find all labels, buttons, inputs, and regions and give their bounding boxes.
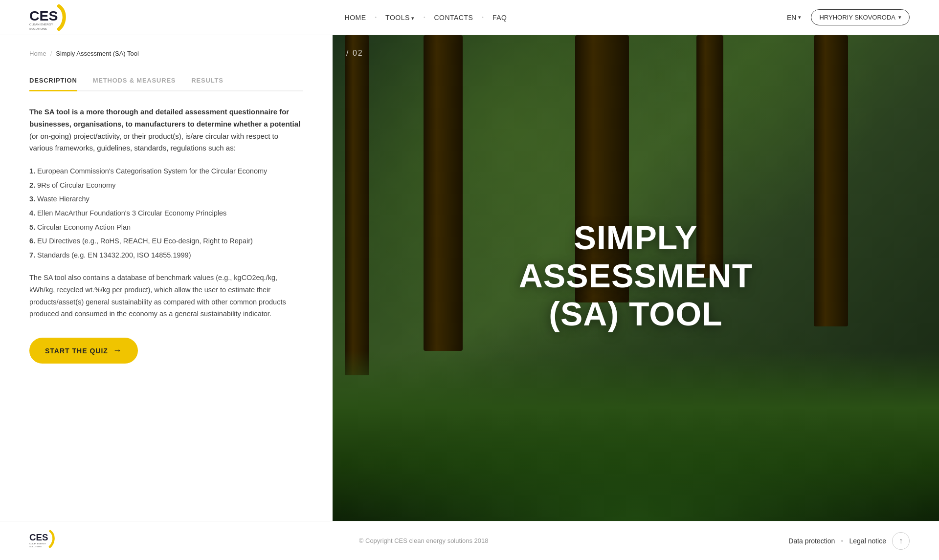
svg-text:SOLUTIONS: SOLUTIONS	[29, 27, 47, 30]
svg-text:CLEAN ENERGY: CLEAN ENERGY	[29, 542, 46, 545]
nav-home[interactable]: HOME	[340, 12, 371, 23]
start-quiz-label: START THE QUIZ	[45, 347, 108, 355]
footer-link-legal-notice[interactable]: Legal notice	[849, 537, 886, 545]
hero-title-line2: ASSESSMENT	[519, 257, 753, 295]
main-nav: HOME • TOOLS • CONTACTS • FAQ	[340, 12, 512, 23]
nav-dot-3: •	[482, 15, 484, 20]
header: CES CLEAN ENERGY SOLUTIONS HOME • TOOLS …	[0, 0, 939, 35]
logo[interactable]: CES CLEAN ENERGY SOLUTIONS	[29, 4, 68, 31]
svg-text:SOLUTIONS: SOLUTIONS	[29, 545, 42, 548]
left-content: Home / Simply Assessment (SA) Tool DESCR…	[0, 35, 333, 521]
hero-text: SIMPLY ASSESSMENT (SA) TOOL	[519, 218, 753, 333]
tab-methods[interactable]: METHODS & MEASURES	[93, 71, 176, 91]
list-num: 7.	[29, 251, 35, 259]
description-intro-rest: (or on-going) project/activity, or their…	[29, 132, 278, 152]
list-text: Waste Hierarchy	[37, 195, 89, 203]
list-item: 6.EU Directives (e.g., RoHS, REACH, EU E…	[29, 235, 303, 247]
footer-link-data-protection[interactable]: Data protection	[788, 537, 835, 545]
list-num: 4.	[29, 209, 35, 217]
list-item: 7.Standards (e.g. EN 13432.200, ISO 1485…	[29, 249, 303, 261]
list-item: 3.Waste Hierarchy	[29, 193, 303, 205]
svg-text:CES: CES	[29, 8, 58, 23]
list-text: EU Directives (e.g., RoHS, REACH, EU Eco…	[37, 237, 253, 245]
list-num: 2.	[29, 181, 35, 189]
footer-links: Data protection • Legal notice ↑	[788, 532, 910, 550]
nav-dot-2: •	[424, 15, 425, 20]
hero-title: SIMPLY ASSESSMENT (SA) TOOL	[519, 218, 753, 333]
arrow-right-icon: →	[113, 345, 122, 356]
description-intro: The SA tool is a more thorough and detai…	[29, 106, 303, 154]
list-text: European Commission's Categorisation Sys…	[37, 167, 267, 175]
breadcrumb-current: Simply Assessment (SA) Tool	[56, 50, 139, 57]
nav-faq[interactable]: FAQ	[488, 12, 512, 23]
list-num: 6.	[29, 237, 35, 245]
footer-copyright: © Copyright CES clean energy solutions 2…	[359, 537, 489, 544]
header-right: EN HRYHORIY SKOVORODA	[783, 9, 910, 25]
nav-tools[interactable]: TOOLS	[380, 12, 420, 23]
breadcrumb-separator: /	[50, 50, 52, 57]
footer-logo: CES CLEAN ENERGY SOLUTIONS	[29, 530, 59, 552]
list-text: Circular Economy Action Plan	[37, 223, 131, 231]
hero-image: / 02 SIMPLY ASSESSMENT (SA) TOOL	[333, 35, 939, 521]
list-num: 3.	[29, 195, 35, 203]
footer: CES CLEAN ENERGY SOLUTIONS © Copyright C…	[0, 521, 939, 560]
logo-svg: CES CLEAN ENERGY SOLUTIONS	[29, 4, 68, 31]
list-item: 1.European Commission's Categorisation S…	[29, 165, 303, 177]
scroll-to-top-button[interactable]: ↑	[892, 532, 910, 550]
description-list: 1.European Commission's Categorisation S…	[29, 165, 303, 261]
list-text: Standards (e.g. EN 13432.200, ISO 14855.…	[37, 251, 191, 259]
chevron-up-icon: ↑	[899, 537, 903, 545]
svg-text:CES: CES	[29, 532, 48, 542]
tab-results[interactable]: RESULTS	[191, 71, 223, 91]
list-text: Ellen MacArthur Foundation's 3 Circular …	[37, 209, 226, 217]
list-num: 5.	[29, 223, 35, 231]
footer-links-dot: •	[841, 537, 843, 545]
tab-description[interactable]: DESCRIPTION	[29, 71, 77, 91]
hero-title-line1: SIMPLY	[519, 218, 753, 257]
start-quiz-button[interactable]: START THE QUIZ →	[29, 338, 138, 364]
nav-contacts[interactable]: CONTACTS	[429, 12, 478, 23]
main-layout: Home / Simply Assessment (SA) Tool DESCR…	[0, 35, 939, 521]
description-paragraph: The SA tool also contains a database of …	[29, 272, 303, 320]
list-text: 9Rs of Circular Economy	[37, 181, 115, 189]
list-num: 1.	[29, 167, 35, 175]
slide-number: / 02	[346, 49, 363, 58]
list-item: 5.Circular Economy Action Plan	[29, 221, 303, 234]
breadcrumb-home[interactable]: Home	[29, 50, 46, 57]
list-item: 4.Ellen MacArthur Foundation's 3 Circula…	[29, 207, 303, 219]
tabs: DESCRIPTION METHODS & MEASURES RESULTS	[29, 71, 303, 91]
list-item: 2.9Rs of Circular Economy	[29, 179, 303, 192]
footer-logo-svg: CES CLEAN ENERGY SOLUTIONS	[29, 530, 59, 550]
user-menu[interactable]: HRYHORIY SKOVORODA	[811, 9, 910, 25]
hero-title-line3: (SA) TOOL	[519, 295, 753, 333]
svg-text:CLEAN ENERGY: CLEAN ENERGY	[29, 22, 53, 26]
description-intro-bold: The SA tool is a more thorough and detai…	[29, 108, 300, 128]
breadcrumb: Home / Simply Assessment (SA) Tool	[29, 50, 303, 57]
nav-dot-1: •	[375, 15, 377, 20]
language-selector[interactable]: EN	[783, 12, 805, 23]
